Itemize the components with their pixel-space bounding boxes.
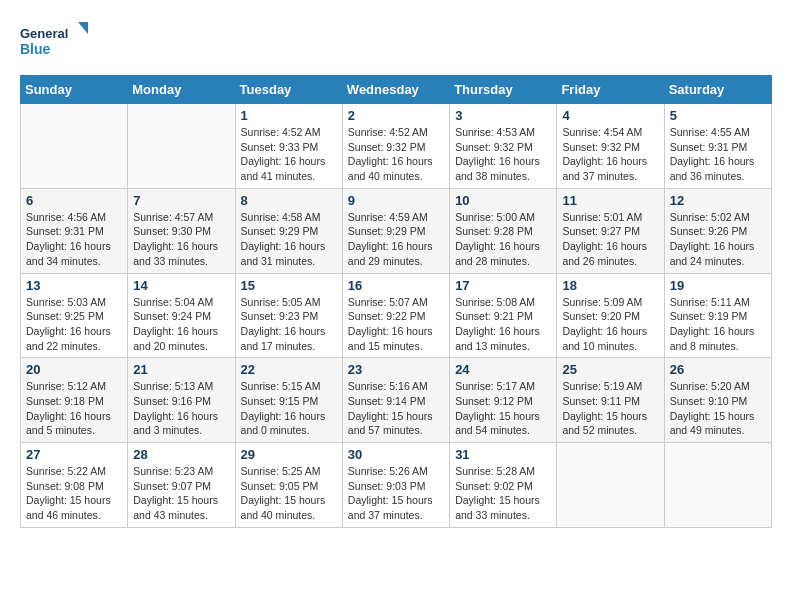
calendar-cell: 29Sunrise: 5:25 AM Sunset: 9:05 PM Dayli…	[235, 443, 342, 528]
day-number: 21	[133, 362, 229, 377]
day-info: Sunrise: 5:26 AM Sunset: 9:03 PM Dayligh…	[348, 464, 444, 523]
calendar-cell: 16Sunrise: 5:07 AM Sunset: 9:22 PM Dayli…	[342, 273, 449, 358]
weekday-header-monday: Monday	[128, 76, 235, 104]
day-info: Sunrise: 4:56 AM Sunset: 9:31 PM Dayligh…	[26, 210, 122, 269]
calendar-cell: 13Sunrise: 5:03 AM Sunset: 9:25 PM Dayli…	[21, 273, 128, 358]
day-number: 17	[455, 278, 551, 293]
day-number: 4	[562, 108, 658, 123]
day-info: Sunrise: 5:13 AM Sunset: 9:16 PM Dayligh…	[133, 379, 229, 438]
calendar-cell: 5Sunrise: 4:55 AM Sunset: 9:31 PM Daylig…	[664, 104, 771, 189]
calendar-cell: 23Sunrise: 5:16 AM Sunset: 9:14 PM Dayli…	[342, 358, 449, 443]
weekday-header-row: SundayMondayTuesdayWednesdayThursdayFrid…	[21, 76, 772, 104]
calendar-table: SundayMondayTuesdayWednesdayThursdayFrid…	[20, 75, 772, 528]
calendar-cell: 4Sunrise: 4:54 AM Sunset: 9:32 PM Daylig…	[557, 104, 664, 189]
day-info: Sunrise: 4:52 AM Sunset: 9:32 PM Dayligh…	[348, 125, 444, 184]
calendar-cell: 14Sunrise: 5:04 AM Sunset: 9:24 PM Dayli…	[128, 273, 235, 358]
calendar-cell	[21, 104, 128, 189]
calendar-cell: 3Sunrise: 4:53 AM Sunset: 9:32 PM Daylig…	[450, 104, 557, 189]
day-number: 3	[455, 108, 551, 123]
day-number: 9	[348, 193, 444, 208]
day-info: Sunrise: 5:08 AM Sunset: 9:21 PM Dayligh…	[455, 295, 551, 354]
day-info: Sunrise: 4:57 AM Sunset: 9:30 PM Dayligh…	[133, 210, 229, 269]
calendar-week-row: 1Sunrise: 4:52 AM Sunset: 9:33 PM Daylig…	[21, 104, 772, 189]
day-number: 13	[26, 278, 122, 293]
day-number: 22	[241, 362, 337, 377]
calendar-cell: 1Sunrise: 4:52 AM Sunset: 9:33 PM Daylig…	[235, 104, 342, 189]
day-info: Sunrise: 5:03 AM Sunset: 9:25 PM Dayligh…	[26, 295, 122, 354]
day-info: Sunrise: 4:59 AM Sunset: 9:29 PM Dayligh…	[348, 210, 444, 269]
logo: General Blue	[20, 20, 90, 65]
weekday-header-tuesday: Tuesday	[235, 76, 342, 104]
day-number: 5	[670, 108, 766, 123]
day-info: Sunrise: 5:04 AM Sunset: 9:24 PM Dayligh…	[133, 295, 229, 354]
day-info: Sunrise: 5:20 AM Sunset: 9:10 PM Dayligh…	[670, 379, 766, 438]
day-number: 11	[562, 193, 658, 208]
calendar-cell	[664, 443, 771, 528]
weekday-header-saturday: Saturday	[664, 76, 771, 104]
day-info: Sunrise: 5:12 AM Sunset: 9:18 PM Dayligh…	[26, 379, 122, 438]
day-number: 19	[670, 278, 766, 293]
day-info: Sunrise: 5:00 AM Sunset: 9:28 PM Dayligh…	[455, 210, 551, 269]
day-info: Sunrise: 4:52 AM Sunset: 9:33 PM Dayligh…	[241, 125, 337, 184]
day-number: 8	[241, 193, 337, 208]
day-number: 28	[133, 447, 229, 462]
calendar-cell: 11Sunrise: 5:01 AM Sunset: 9:27 PM Dayli…	[557, 188, 664, 273]
day-number: 2	[348, 108, 444, 123]
day-info: Sunrise: 5:15 AM Sunset: 9:15 PM Dayligh…	[241, 379, 337, 438]
calendar-cell: 2Sunrise: 4:52 AM Sunset: 9:32 PM Daylig…	[342, 104, 449, 189]
calendar-cell: 6Sunrise: 4:56 AM Sunset: 9:31 PM Daylig…	[21, 188, 128, 273]
calendar-cell: 9Sunrise: 4:59 AM Sunset: 9:29 PM Daylig…	[342, 188, 449, 273]
weekday-header-thursday: Thursday	[450, 76, 557, 104]
day-info: Sunrise: 5:28 AM Sunset: 9:02 PM Dayligh…	[455, 464, 551, 523]
calendar-week-row: 13Sunrise: 5:03 AM Sunset: 9:25 PM Dayli…	[21, 273, 772, 358]
day-info: Sunrise: 5:11 AM Sunset: 9:19 PM Dayligh…	[670, 295, 766, 354]
calendar-cell: 20Sunrise: 5:12 AM Sunset: 9:18 PM Dayli…	[21, 358, 128, 443]
calendar-cell: 25Sunrise: 5:19 AM Sunset: 9:11 PM Dayli…	[557, 358, 664, 443]
day-info: Sunrise: 5:23 AM Sunset: 9:07 PM Dayligh…	[133, 464, 229, 523]
day-number: 12	[670, 193, 766, 208]
calendar-cell: 12Sunrise: 5:02 AM Sunset: 9:26 PM Dayli…	[664, 188, 771, 273]
weekday-header-sunday: Sunday	[21, 76, 128, 104]
calendar-cell: 21Sunrise: 5:13 AM Sunset: 9:16 PM Dayli…	[128, 358, 235, 443]
day-info: Sunrise: 5:19 AM Sunset: 9:11 PM Dayligh…	[562, 379, 658, 438]
day-number: 29	[241, 447, 337, 462]
day-info: Sunrise: 5:17 AM Sunset: 9:12 PM Dayligh…	[455, 379, 551, 438]
calendar-cell: 7Sunrise: 4:57 AM Sunset: 9:30 PM Daylig…	[128, 188, 235, 273]
day-info: Sunrise: 5:16 AM Sunset: 9:14 PM Dayligh…	[348, 379, 444, 438]
day-info: Sunrise: 5:05 AM Sunset: 9:23 PM Dayligh…	[241, 295, 337, 354]
day-number: 23	[348, 362, 444, 377]
day-info: Sunrise: 5:09 AM Sunset: 9:20 PM Dayligh…	[562, 295, 658, 354]
day-number: 18	[562, 278, 658, 293]
calendar-week-row: 27Sunrise: 5:22 AM Sunset: 9:08 PM Dayli…	[21, 443, 772, 528]
day-number: 10	[455, 193, 551, 208]
day-number: 27	[26, 447, 122, 462]
day-info: Sunrise: 5:02 AM Sunset: 9:26 PM Dayligh…	[670, 210, 766, 269]
calendar-cell: 18Sunrise: 5:09 AM Sunset: 9:20 PM Dayli…	[557, 273, 664, 358]
day-info: Sunrise: 4:53 AM Sunset: 9:32 PM Dayligh…	[455, 125, 551, 184]
calendar-cell: 27Sunrise: 5:22 AM Sunset: 9:08 PM Dayli…	[21, 443, 128, 528]
calendar-cell: 22Sunrise: 5:15 AM Sunset: 9:15 PM Dayli…	[235, 358, 342, 443]
calendar-cell: 31Sunrise: 5:28 AM Sunset: 9:02 PM Dayli…	[450, 443, 557, 528]
calendar-week-row: 20Sunrise: 5:12 AM Sunset: 9:18 PM Dayli…	[21, 358, 772, 443]
weekday-header-wednesday: Wednesday	[342, 76, 449, 104]
logo-svg: General Blue	[20, 20, 90, 65]
day-info: Sunrise: 5:07 AM Sunset: 9:22 PM Dayligh…	[348, 295, 444, 354]
calendar-cell: 26Sunrise: 5:20 AM Sunset: 9:10 PM Dayli…	[664, 358, 771, 443]
day-info: Sunrise: 5:22 AM Sunset: 9:08 PM Dayligh…	[26, 464, 122, 523]
calendar-cell: 10Sunrise: 5:00 AM Sunset: 9:28 PM Dayli…	[450, 188, 557, 273]
day-info: Sunrise: 4:55 AM Sunset: 9:31 PM Dayligh…	[670, 125, 766, 184]
calendar-cell: 28Sunrise: 5:23 AM Sunset: 9:07 PM Dayli…	[128, 443, 235, 528]
day-info: Sunrise: 4:54 AM Sunset: 9:32 PM Dayligh…	[562, 125, 658, 184]
day-number: 26	[670, 362, 766, 377]
svg-text:General: General	[20, 26, 68, 41]
svg-text:Blue: Blue	[20, 41, 51, 57]
day-number: 30	[348, 447, 444, 462]
day-info: Sunrise: 5:01 AM Sunset: 9:27 PM Dayligh…	[562, 210, 658, 269]
calendar-cell: 30Sunrise: 5:26 AM Sunset: 9:03 PM Dayli…	[342, 443, 449, 528]
calendar-week-row: 6Sunrise: 4:56 AM Sunset: 9:31 PM Daylig…	[21, 188, 772, 273]
day-number: 6	[26, 193, 122, 208]
calendar-cell	[128, 104, 235, 189]
day-number: 7	[133, 193, 229, 208]
svg-marker-2	[78, 22, 88, 34]
day-number: 31	[455, 447, 551, 462]
